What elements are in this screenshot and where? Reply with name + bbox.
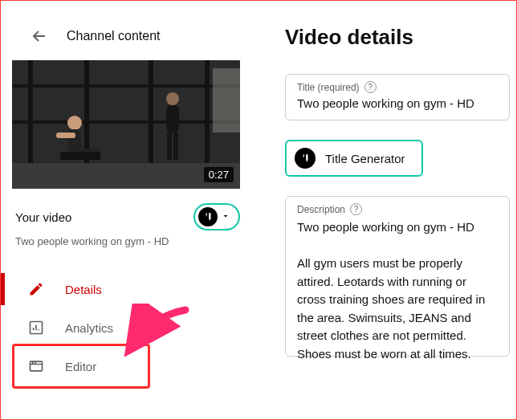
left-pane: Channel content — [1, 1, 251, 419]
your-video-subtitle: Two people working on gym - HD — [1, 230, 251, 247]
svg-rect-6 — [12, 84, 240, 88]
nav-item-label: Details — [65, 283, 102, 296]
title-field[interactable]: Title (required) ? Two people working on… — [285, 74, 510, 120]
svg-point-9 — [67, 116, 82, 130]
svg-rect-18 — [213, 68, 240, 133]
nav-item-details[interactable]: Details — [1, 270, 251, 308]
side-nav: DetailsAnalyticsEditor — [1, 270, 251, 385]
description-field[interactable]: Description ? Two people working on gym … — [285, 196, 510, 357]
pencil-icon — [26, 279, 46, 299]
right-pane: Video details Title (required) ? Two peo… — [251, 1, 516, 419]
channel-content-title: Channel content — [67, 29, 161, 43]
svg-rect-11 — [56, 133, 75, 138]
video-duration-badge: 0:27 — [204, 167, 234, 182]
svg-rect-17 — [173, 133, 178, 160]
your-video-label: Your video — [15, 210, 71, 224]
tubebuddy-logo-icon — [295, 148, 315, 169]
svg-rect-15 — [166, 105, 179, 133]
description-field-value[interactable]: Two people working on gym - HD All gym u… — [297, 218, 498, 363]
title-generator-button[interactable]: Title Generator — [285, 140, 423, 177]
chevron-down-icon — [221, 210, 230, 223]
back-arrow-icon[interactable] — [30, 27, 49, 46]
tubebuddy-logo-icon — [198, 207, 218, 226]
help-icon[interactable]: ? — [364, 81, 377, 93]
page-title: Video details — [285, 25, 516, 50]
analytics-icon — [26, 318, 46, 337]
editor-icon — [26, 357, 46, 376]
svg-point-14 — [166, 92, 179, 105]
svg-rect-16 — [167, 133, 172, 160]
title-field-label: Title (required) — [297, 82, 360, 93]
svg-rect-7 — [12, 120, 240, 124]
video-thumbnail[interactable]: 0:27 — [12, 60, 240, 189]
title-field-value[interactable]: Two people working on gym - HD — [297, 96, 498, 110]
nav-item-analytics[interactable]: Analytics — [1, 308, 251, 347]
title-generator-label: Title Generator — [325, 152, 405, 165]
nav-item-label: Analytics — [65, 321, 113, 335]
help-icon[interactable]: ? — [350, 203, 362, 215]
nav-item-editor[interactable]: Editor — [1, 347, 251, 385]
tubebuddy-dropdown[interactable] — [193, 203, 240, 230]
description-field-label: Description — [297, 204, 345, 215]
svg-rect-13 — [60, 152, 100, 160]
nav-item-label: Editor — [65, 360, 96, 373]
